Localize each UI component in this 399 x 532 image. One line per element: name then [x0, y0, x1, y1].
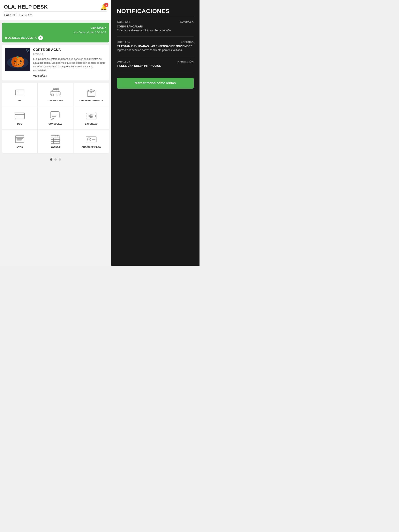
- venc-text: con Venc. el día: 15-11-19: [5, 31, 106, 34]
- notif-type-1: NOVEDAD: [180, 21, 194, 24]
- menu-item-consultas[interactable]: CONSULTAS: [38, 106, 73, 129]
- notif-date-3: 2019-11-15: [117, 60, 130, 63]
- bell-container[interactable]: 🔔 1: [100, 4, 107, 10]
- header: OLA, HELP DESK LAR DEL LAGO 2 🔔 1: [0, 0, 111, 20]
- menu-label-cupon: CUPÓN DE PAGO: [82, 146, 101, 148]
- partial2-icon: [14, 110, 26, 121]
- menu-item-agenda[interactable]: AGENDA: [38, 129, 73, 153]
- svg-marker-34: [51, 118, 55, 120]
- notif-type-2: EXPENSA: [181, 40, 194, 44]
- ver-mas-button[interactable]: VER MÁS ›: [5, 25, 106, 31]
- svg-rect-43: [94, 115, 96, 117]
- news-ver-mas-button[interactable]: VER MÁS ›: [33, 74, 106, 77]
- left-panel: OLA, HELP DESK LAR DEL LAGO 2 🔔 1 VER MÁ…: [0, 0, 111, 266]
- pagination-dot-1[interactable]: [50, 158, 52, 161]
- header-subtitle: LAR DEL LAGO 2: [4, 13, 107, 17]
- svg-rect-44: [15, 136, 24, 143]
- detalle-label: R DETALLE DE CUENTA: [5, 36, 37, 39]
- svg-rect-41: [90, 116, 92, 117]
- notif-title: NOTIFICACIONES: [117, 8, 194, 14]
- svg-rect-33: [51, 111, 59, 118]
- notifications-panel: NOTIFICACIONES 2019-11-26 NOVEDAD CONIN …: [111, 0, 200, 266]
- news-card: 📎 CORTE DE AGUA 02/11/19 El día lunes se…: [2, 45, 109, 80]
- svg-rect-13: [15, 90, 24, 95]
- carpooling-icon: [50, 87, 61, 98]
- menu-item-expensas[interactable]: EXPENSAS: [73, 106, 109, 129]
- menu-label-carpooling: CARPOOLING: [48, 99, 63, 102]
- pagination: [0, 155, 111, 165]
- pagination-dot-3[interactable]: [59, 158, 61, 161]
- notif-type-3: INFRACCIÓN: [177, 60, 194, 63]
- svg-text:$: $: [89, 138, 90, 141]
- notif-body-2: Ingresa a la sección correspondiente par…: [117, 48, 194, 52]
- header-title: OLA, HELP DESK: [4, 4, 107, 10]
- box-icon: [85, 87, 97, 98]
- menu-item-partial-2[interactable]: DOS: [2, 106, 38, 129]
- svg-point-12: [14, 58, 22, 65]
- svg-rect-16: [51, 92, 60, 95]
- notif-sender-2: YA ESTAN PUBLICADAS LAS EXPENSAS DE NOVI…: [117, 44, 194, 48]
- mark-all-button[interactable]: Marcar todos como leidos: [117, 78, 194, 89]
- menu-label-dos: DOS: [17, 123, 22, 125]
- chevron-down-icon: ▼: [38, 35, 43, 40]
- svg-rect-6: [17, 56, 18, 58]
- svg-point-19: [54, 88, 55, 89]
- bell-badge: 1: [104, 3, 108, 7]
- menu-item-cupon[interactable]: $ CUPÓN DE PAGO: [73, 129, 109, 153]
- agenda-icon: [50, 134, 61, 145]
- news-body: El día lunes se estará realizando un cor…: [33, 57, 106, 72]
- menu-label-consultas: CONSULTAS: [49, 123, 62, 125]
- header-divider: [4, 12, 107, 12]
- notification-item-1: 2019-11-26 NOVEDAD CONIN BANCALARI Colec…: [117, 21, 194, 37]
- svg-marker-40: [90, 114, 93, 116]
- news-date: 02/11/19: [33, 53, 106, 56]
- green-banner[interactable]: VER MÁS › con Venc. el día: 15-11-19 R D…: [2, 23, 109, 43]
- notif-sender-3: TIENES UNA NUEVA INFRACCIÓN: [117, 64, 194, 67]
- arrow-icon: ›: [105, 26, 106, 29]
- notif-date-2: 2019-11-15: [117, 40, 130, 44]
- partial-icon: [14, 87, 26, 98]
- menu-item-partial-3[interactable]: NTOS: [2, 129, 38, 153]
- menu-label-expensas: EXPENSAS: [85, 123, 97, 125]
- chat-icon: [50, 110, 61, 121]
- notif-meta-3: 2019-11-15 INFRACCIÓN: [117, 60, 194, 63]
- notification-item-2: 2019-11-15 EXPENSA YA ESTAN PUBLICADAS L…: [117, 40, 194, 56]
- news-content: CORTE DE AGUA 02/11/19 El día lunes se e…: [33, 48, 106, 77]
- menu-item-carpooling[interactable]: CARPOOLING: [38, 83, 73, 106]
- svg-rect-42: [87, 115, 88, 117]
- menu-label-correspondencia: CORRESPONDENCIA: [79, 99, 103, 102]
- attachment-icon: 📎: [26, 49, 29, 52]
- menu-section: OS: [2, 83, 109, 153]
- pagination-dot-2[interactable]: [54, 158, 57, 161]
- expensas-icon: [85, 110, 97, 121]
- menu-label-agenda: AGENDA: [51, 146, 60, 148]
- news-title: CORTE DE AGUA: [33, 48, 106, 52]
- svg-rect-38: [86, 113, 96, 119]
- menu-label: OS: [18, 99, 21, 102]
- menu-grid: OS: [2, 83, 109, 153]
- arrow-icon: ›: [46, 74, 47, 77]
- coupon-icon: $: [85, 134, 97, 145]
- menu-item-correspondencia[interactable]: CORRESPONDENCIA: [73, 83, 109, 106]
- notif-meta-2: 2019-11-15 EXPENSA: [117, 40, 194, 44]
- notif-meta-1: 2019-11-26 NOVEDAD: [117, 21, 194, 24]
- menu-label-ntos: NTOS: [17, 146, 23, 148]
- notification-item-3: 2019-11-15 INFRACCIÓN TIENES UNA NUEVA I…: [117, 60, 194, 72]
- partial3-icon: [14, 134, 26, 145]
- menu-item-partial-1[interactable]: OS: [2, 83, 38, 106]
- svg-point-23: [58, 88, 59, 89]
- notif-date-1: 2019-11-26: [117, 21, 130, 24]
- detalle-btn[interactable]: R DETALLE DE CUENTA ▼: [5, 35, 106, 40]
- notif-sender-1: CONIN BANCALARI: [117, 25, 194, 28]
- svg-line-27: [91, 91, 95, 93]
- svg-line-26: [87, 91, 91, 93]
- notif-body-1: Colecta de alimentos: Última colecta del…: [117, 28, 194, 32]
- svg-point-21: [56, 88, 57, 89]
